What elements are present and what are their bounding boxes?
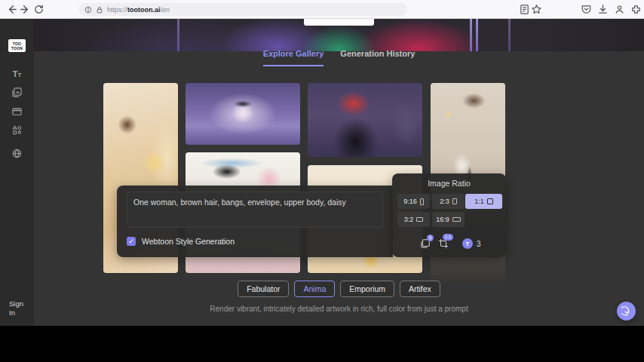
ratio-option-9-16[interactable]: 9:16 [397, 194, 430, 209]
webtoon-style-label: Webtoon Style Generation [142, 237, 235, 246]
sidebar: TOO TOON TT Sign In [0, 19, 34, 326]
image-gallery-icon[interactable] [11, 86, 23, 99]
pocket-icon[interactable] [581, 4, 592, 15]
ratio-option-16-9[interactable]: 16:9 [432, 212, 465, 227]
address-bar[interactable]: https://tootoon.ai/en [78, 3, 407, 16]
banner-stripe [508, 19, 511, 51]
storyboard-icon[interactable] [11, 105, 23, 118]
model-fabulator-button[interactable]: Fabulator [238, 281, 289, 297]
ratio-option-1-1[interactable]: 1:1 [465, 194, 502, 209]
tab-explore-gallery[interactable]: Explore Gallery [263, 49, 324, 66]
aspect-wide-icon [452, 217, 461, 222]
batch-count-icon[interactable]: 9 [420, 238, 431, 249]
browser-toolbar: https://tootoon.ai/en [0, 0, 644, 19]
image-ratio-panel: Image Ratio 9:16 2:3 1:1 3:2 16:9 9 1:1 … [392, 173, 506, 257]
shapes-icon[interactable] [11, 124, 23, 137]
url-text: https://tootoon.ai/en [107, 6, 170, 14]
lock-icon [96, 6, 103, 14]
chat-smile-icon [621, 306, 632, 317]
aspect-tall-icon [420, 198, 424, 205]
model-artifex-button[interactable]: Artifex [400, 281, 440, 297]
model-tagline: Render vibrant, intricately detailed art… [34, 305, 644, 313]
back-icon[interactable] [6, 4, 17, 15]
batch-count-badge: 9 [427, 235, 434, 241]
banner-stripe [177, 19, 179, 51]
model-selector: Fabulator Anima Emporium Artifex [34, 281, 644, 297]
language-globe-icon[interactable] [11, 147, 23, 160]
model-emporium-button[interactable]: Emporium [340, 281, 394, 297]
tootoon-logo[interactable]: TOO TOON [8, 39, 26, 52]
forward-icon[interactable] [20, 4, 31, 15]
tab-generation-history[interactable]: Generation History [340, 49, 415, 66]
aspect-portrait-icon [452, 198, 457, 204]
gallery-image-4[interactable] [308, 83, 422, 157]
check-icon: ✓ [128, 238, 134, 245]
ratio-option-3-2[interactable]: 3:2 [397, 212, 430, 227]
crop-ratio-icon[interactable]: 1:1 [438, 238, 449, 249]
text-tool-icon[interactable]: TT [11, 67, 23, 80]
aspect-landscape-icon [416, 217, 423, 222]
tracking-shield-icon[interactable] [84, 6, 92, 14]
account-icon[interactable] [614, 4, 625, 15]
banner-stripe [470, 19, 472, 51]
ratio-option-2-3[interactable]: 2:3 [432, 194, 465, 209]
style-toggle-row: ✓ Webtoon Style Generation [127, 237, 235, 246]
sign-in-link[interactable]: Sign In [9, 299, 29, 318]
toolbar-right-icons [581, 4, 644, 15]
aspect-square-icon [487, 198, 493, 204]
banner-stripe [476, 19, 478, 51]
bookmark-star-icon[interactable] [531, 4, 541, 15]
reload-icon[interactable] [33, 4, 44, 15]
token-count: 3 [477, 240, 481, 248]
reader-mode-icon[interactable] [519, 4, 528, 15]
model-anima-button[interactable]: Anima [294, 281, 335, 297]
gallery-tabs: Explore Gallery Generation History [34, 49, 644, 66]
support-chat-button[interactable] [617, 302, 636, 321]
banner-card [304, 19, 374, 26]
hero-banner [34, 19, 644, 51]
prompt-panel: One woman, brown hair, bangs, envelope, … [117, 186, 393, 257]
app-window: TOO TOON TT Sign In Explore Gallery Gene… [0, 19, 644, 326]
ratio-panel-title: Image Ratio [392, 179, 506, 188]
extensions-icon[interactable] [630, 4, 642, 15]
crop-ratio-badge: 1:1 [443, 234, 453, 241]
webtoon-style-checkbox[interactable]: ✓ [127, 237, 136, 246]
downloads-icon[interactable] [597, 4, 609, 15]
gallery-image-2[interactable] [186, 83, 300, 145]
token-icon[interactable]: T [462, 238, 473, 249]
prompt-input[interactable]: One woman, brown hair, bangs, envelope, … [127, 192, 383, 228]
logo-text-bottom: TOON [11, 46, 23, 51]
